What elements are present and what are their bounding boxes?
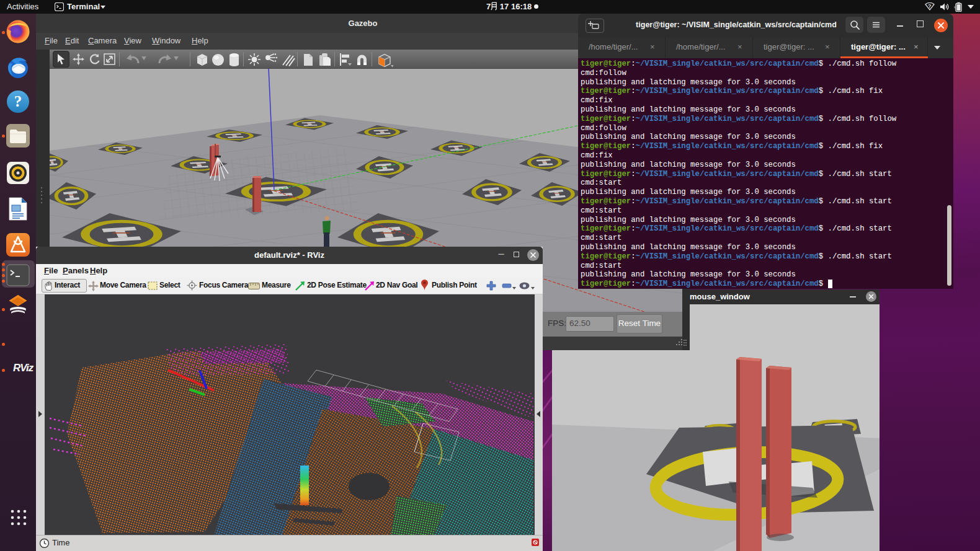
svg-text:?: ?	[928, 3, 932, 9]
svg-text:?: ?	[14, 93, 22, 110]
